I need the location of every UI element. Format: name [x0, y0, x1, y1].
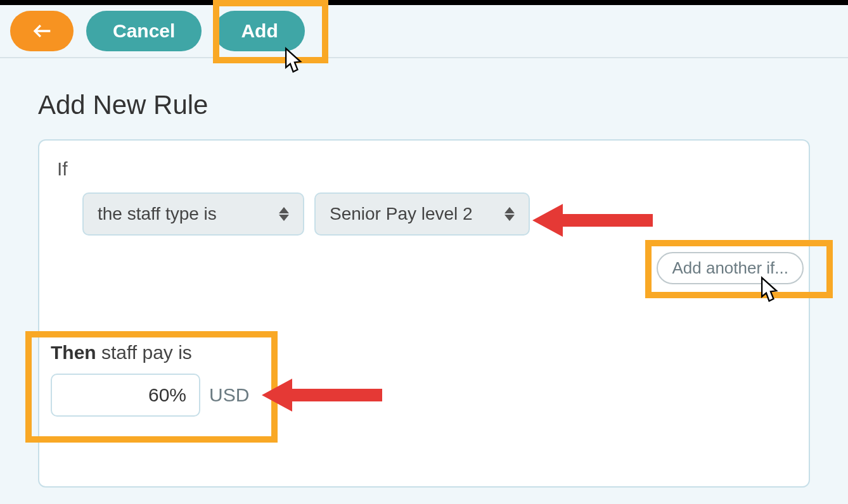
if-condition-row: the staff type is Senior Pay level 2: [82, 192, 791, 236]
page-title: Add New Rule: [38, 90, 810, 120]
then-line: Then staff pay is: [51, 342, 249, 363]
then-text: staff pay is: [101, 342, 192, 363]
add-button[interactable]: Add: [214, 11, 304, 51]
condition-value-text: Senior Pay level 2: [330, 204, 473, 224]
if-label: If: [57, 158, 791, 180]
condition-field-select[interactable]: the staff type is: [82, 192, 304, 236]
toolbar: Cancel Add: [0, 5, 848, 58]
back-button[interactable]: [10, 11, 74, 51]
add-another-if-button[interactable]: Add another if...: [657, 252, 804, 284]
cancel-button[interactable]: Cancel: [86, 11, 202, 51]
sort-caret-icon: [279, 207, 289, 221]
then-row: USD: [51, 374, 249, 417]
then-block: Then staff pay is USD: [51, 342, 249, 417]
condition-field-value: the staff type is: [98, 204, 217, 224]
rule-card: If the staff type is Senior Pay level 2: [38, 139, 810, 488]
condition-value-select[interactable]: Senior Pay level 2: [314, 192, 530, 236]
then-label: Then: [51, 342, 96, 363]
currency-label: USD: [209, 384, 249, 406]
pay-value-input[interactable]: [51, 374, 200, 417]
sort-caret-icon: [504, 207, 515, 221]
add-another-container: Add another if...: [657, 252, 804, 284]
top-black-bar: [0, 0, 848, 5]
back-arrow-icon: [29, 18, 55, 44]
